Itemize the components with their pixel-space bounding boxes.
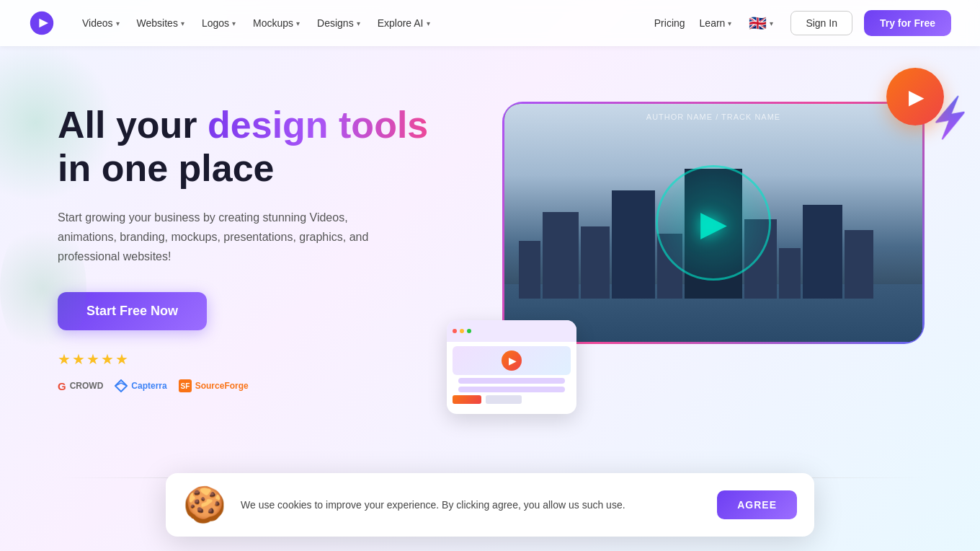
nav-items: Videos ▾ Websites ▾ Logos ▾ Mockups ▾ De…	[75, 13, 437, 33]
chevron-down-icon: ▾	[728, 19, 731, 27]
floating-play-button[interactable]: ▶	[886, 68, 944, 125]
chevron-down-icon: ▾	[181, 19, 184, 27]
video-track-label: AUTHOR NAME / TRACK NAME	[646, 113, 780, 121]
cookie-text: We use cookies to improve your experienc…	[241, 497, 703, 513]
language-selector[interactable]: 🇬🇧 ▾	[743, 12, 779, 35]
play-icon: ▶	[909, 85, 925, 109]
nav-item-mockups[interactable]: Mockups ▾	[246, 13, 307, 33]
wp-buttons-row	[453, 395, 571, 404]
video-preview[interactable]: ▶ AUTHOR NAME / TRACK NAME	[504, 104, 922, 342]
hero-description: Start growing your business by creating …	[58, 208, 389, 267]
hero-title: All your design tools in one place	[58, 104, 461, 190]
wp-line-1	[458, 378, 565, 384]
nav-item-logos[interactable]: Logos ▾	[195, 13, 243, 33]
wp-content: ▶	[447, 342, 576, 408]
wp-btn-gray	[486, 395, 522, 404]
trust-logo-g2crowd: G CROWD	[58, 380, 103, 392]
star-1: ★	[58, 351, 71, 368]
svg-text:SF: SF	[180, 382, 190, 390]
chevron-down-icon: ▾	[357, 19, 360, 27]
cookie-banner: 🍪 We use cookies to improve your experie…	[166, 473, 814, 537]
cookie-emoji: 🍪	[183, 485, 226, 525]
capterra-icon	[115, 379, 128, 392]
star-4: ★	[101, 351, 114, 368]
logo[interactable]	[29, 10, 55, 36]
trust-logo-capterra: Capterra	[115, 379, 166, 392]
signin-button[interactable]: Sign In	[790, 11, 852, 35]
navbar: Videos ▾ Websites ▾ Logos ▾ Mockups ▾ De…	[0, 0, 980, 46]
agree-button[interactable]: AGREE	[717, 490, 797, 519]
star-5: ★	[115, 351, 128, 368]
flag-icon: 🇬🇧	[749, 14, 767, 32]
trust-logos: G CROWD Capterra SF SourceForge	[58, 379, 461, 392]
chevron-down-icon: ▾	[116, 19, 120, 27]
hero-section: All your design tools in one place Start…	[0, 46, 980, 464]
wp-play-icon: ▶	[502, 351, 522, 371]
nav-item-videos[interactable]: Videos ▾	[75, 13, 127, 33]
hero-right: ⚡ ▶	[461, 89, 922, 436]
nav-item-websites[interactable]: Websites ▾	[130, 13, 192, 33]
website-preview-card: ▶	[447, 320, 576, 414]
chevron-down-icon: ▾	[427, 19, 430, 27]
hero-left: All your design tools in one place Start…	[58, 89, 461, 392]
nav-link-pricing[interactable]: Pricing	[654, 17, 685, 29]
start-free-button[interactable]: Start Free Now	[58, 292, 207, 330]
wp-line-2	[458, 387, 565, 392]
nav-right-links: Pricing Learn ▾	[654, 17, 732, 29]
star-3: ★	[86, 351, 99, 368]
wp-btn-orange	[453, 395, 481, 404]
chevron-down-icon: ▾	[232, 19, 236, 27]
nav-item-designs[interactable]: Designs ▾	[310, 13, 368, 33]
sourceforge-icon: SF	[179, 379, 192, 392]
nav-link-learn[interactable]: Learn ▾	[700, 17, 732, 29]
star-rating: ★ ★ ★ ★ ★	[58, 351, 461, 368]
video-play-circle[interactable]: ▶	[656, 165, 771, 281]
chevron-down-icon: ▾	[296, 19, 300, 27]
nav-left: Videos ▾ Websites ▾ Logos ▾ Mockups ▾ De…	[29, 10, 437, 36]
try-free-button[interactable]: Try for Free	[864, 10, 951, 36]
trust-logo-sourceforge: SF SourceForge	[179, 379, 249, 392]
nav-item-explore-ai[interactable]: Explore AI ▾	[370, 13, 437, 33]
wp-dot-yellow	[460, 329, 464, 333]
play-icon: ▶	[700, 203, 727, 243]
nav-right: Pricing Learn ▾ 🇬🇧 ▾ Sign In Try for Fre…	[654, 10, 951, 36]
video-card-wrapper: ▶ AUTHOR NAME / TRACK NAME	[504, 104, 922, 342]
wp-header	[447, 320, 576, 342]
chevron-down-icon: ▾	[770, 19, 773, 27]
star-2: ★	[72, 351, 85, 368]
wp-dot-red	[453, 329, 457, 333]
wp-image: ▶	[453, 346, 571, 375]
wp-dot-green	[467, 329, 471, 333]
